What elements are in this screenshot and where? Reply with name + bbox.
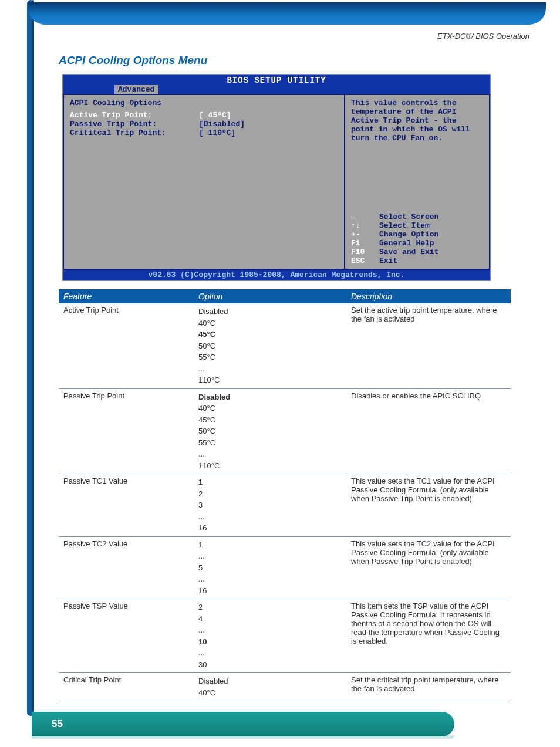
option-value: 5	[198, 562, 342, 574]
bios-tab-advanced[interactable]: Advanced	[114, 85, 158, 94]
page: ETX-DC®/ BIOS Operation ACPI Cooling Opt…	[0, 0, 560, 747]
table-row: Passive TSP Value24...10...30This item s…	[59, 599, 511, 673]
cell-description: This value sets the TC2 value for the AC…	[346, 536, 511, 599]
content-area: ACPI Cooling Options Menu BIOS SETUP UTI…	[59, 54, 511, 701]
option-value: 16	[198, 522, 342, 534]
bios-help-text: This value controls the temperature of t…	[351, 99, 483, 143]
bios-nav-key: +-	[351, 230, 379, 239]
bios-option-row[interactable]: Passive Trip Point:[Disabled]	[70, 120, 338, 129]
option-value: 10	[198, 636, 342, 648]
option-value: 40°C	[198, 403, 342, 414]
table-row: Passive TC2 Value1...5...16This value se…	[59, 536, 511, 599]
bios-nav-desc: Save and Exit	[379, 248, 438, 256]
option-value: 45°C	[198, 414, 342, 426]
cell-description: This item sets the TSP value of the ACPI…	[346, 599, 511, 673]
bios-option-label: Active Trip Point:	[70, 111, 199, 120]
option-value: 110°C	[198, 460, 342, 472]
option-value: 50°C	[198, 340, 342, 352]
feature-table: Feature Option Description Active Trip P…	[59, 289, 511, 701]
bios-footer: v02.63 (C)Copyright 1985-2008, American …	[63, 270, 490, 280]
option-value: ...	[198, 647, 342, 659]
table-row: Critical Trip PointDisabled40°CSet the c…	[59, 673, 511, 701]
option-value: Disabled	[198, 391, 342, 403]
bios-screenshot: BIOS SETUP UTILITY Advanced ACPI Cooling…	[62, 74, 491, 281]
cell-option: Disabled40°C	[194, 673, 346, 701]
cell-feature: Passive Trip Point	[59, 388, 194, 474]
cell-option: Disabled40°C45°C50°C55°C...110°C	[194, 303, 346, 388]
cell-option: Disabled40°C45°C50°C55°C...110°C	[194, 388, 346, 474]
bios-nav-key: ESC	[351, 256, 379, 265]
option-value: ...	[198, 363, 342, 375]
bios-nav-desc: General Help	[379, 239, 434, 248]
bios-right-panel: This value controls the temperature of t…	[345, 94, 490, 270]
bios-panel-heading: ACPI Cooling Options	[70, 99, 338, 107]
cell-description: Disables or enables the APIC SCI IRQ	[346, 388, 511, 474]
bios-nav-row: ↑↓Select Item	[351, 221, 483, 230]
bios-option-value: [ 45ºC]	[199, 111, 231, 120]
option-value: 40°C	[198, 687, 342, 699]
col-header-option: Option	[194, 289, 346, 303]
option-value: ...	[198, 550, 342, 562]
bios-nav-desc: Select Screen	[379, 212, 438, 221]
bios-nav-help: ←Select Screen↑↓Select Item+-Change Opti…	[351, 212, 483, 265]
option-value: Disabled	[198, 675, 342, 687]
bios-nav-desc: Change Option	[379, 230, 438, 239]
bios-nav-row: F1General Help	[351, 239, 483, 248]
option-value: ...	[198, 448, 342, 460]
cell-feature: Passive TC1 Value	[59, 474, 194, 537]
bios-nav-key: F10	[351, 248, 379, 256]
option-value: 45°C	[198, 329, 342, 340]
option-value: 3	[198, 499, 342, 511]
bios-tabs: Advanced	[63, 85, 490, 94]
option-value: 110°C	[198, 374, 342, 386]
bios-title: BIOS SETUP UTILITY	[63, 75, 490, 85]
bios-left-panel: ACPI Cooling Options Active Trip Point:[…	[63, 94, 345, 270]
bios-nav-desc: Exit	[379, 256, 397, 265]
option-value: 2	[198, 488, 342, 500]
option-value: 1	[198, 539, 342, 551]
page-number: 55	[52, 718, 63, 730]
option-value: 16	[198, 585, 342, 597]
option-value: ...	[198, 573, 342, 585]
bios-nav-row: F10Save and Exit	[351, 248, 483, 256]
cell-feature: Passive TC2 Value	[59, 536, 194, 599]
cell-option: 123...16	[194, 474, 346, 537]
option-value: 55°C	[198, 437, 342, 449]
doc-title: ETX-DC®/ BIOS Operation	[437, 32, 529, 40]
bios-nav-key: ↑↓	[351, 221, 379, 230]
option-value: ...	[198, 624, 342, 636]
option-value: ...	[198, 511, 342, 523]
cell-description: Set the active trip point temperature, w…	[346, 303, 511, 388]
option-value: 30	[198, 659, 342, 671]
cell-option: 1...5...16	[194, 536, 346, 599]
bios-body: ACPI Cooling Options Active Trip Point:[…	[63, 94, 490, 270]
cell-option: 24...10...30	[194, 599, 346, 673]
table-row: Passive Trip PointDisabled40°C45°C50°C55…	[59, 388, 511, 474]
col-header-feature: Feature	[59, 289, 194, 303]
cell-description: This value sets the TC1 value for the AC…	[346, 474, 511, 537]
col-header-description: Description	[346, 289, 511, 303]
option-value: 40°C	[198, 317, 342, 329]
table-header-row: Feature Option Description	[59, 289, 511, 303]
bios-nav-row: ESCExit	[351, 256, 483, 265]
option-value: Disabled	[198, 306, 342, 317]
cell-feature: Active Trip Point	[59, 303, 194, 388]
cell-feature: Critical Trip Point	[59, 673, 194, 701]
table-row: Passive TC1 Value123...16This value sets…	[59, 474, 511, 537]
left-accent-bar-inner	[32, 0, 34, 716]
bios-nav-row: +-Change Option	[351, 230, 483, 239]
table-row: Active Trip PointDisabled40°C45°C50°C55°…	[59, 303, 511, 388]
bios-option-label: Passive Trip Point:	[70, 120, 199, 129]
option-value: 2	[198, 601, 342, 613]
option-value: 1	[198, 476, 342, 488]
bios-option-value: [ 110ºC]	[199, 129, 235, 137]
bios-nav-row: ←Select Screen	[351, 212, 483, 221]
bios-option-row[interactable]: Active Trip Point:[ 45ºC]	[70, 111, 338, 120]
section-title: ACPI Cooling Options Menu	[59, 54, 511, 67]
bios-nav-key: F1	[351, 239, 379, 248]
bios-option-value: [Disabled]	[199, 120, 245, 129]
bios-option-row[interactable]: Crititcal Trip Point:[ 110ºC]	[70, 129, 338, 137]
option-value: 4	[198, 613, 342, 625]
option-value: 55°C	[198, 351, 342, 363]
option-value: 50°C	[198, 425, 342, 437]
